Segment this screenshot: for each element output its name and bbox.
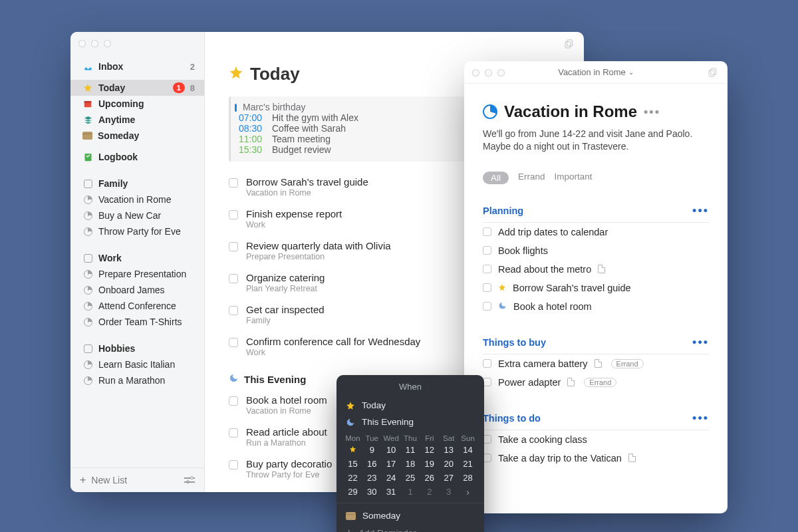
sidebar-someday[interactable]: Someday — [70, 128, 204, 144]
sidebar-anytime[interactable]: Anytime — [70, 112, 204, 128]
task-checkbox[interactable] — [229, 396, 238, 406]
calendar-day[interactable]: 19 — [420, 459, 439, 469]
calendar-day[interactable]: 21 — [458, 459, 477, 469]
tag-important[interactable]: Important — [555, 172, 593, 184]
calendar-day[interactable]: 22 — [343, 473, 362, 483]
calendar-day[interactable]: 14 — [458, 445, 477, 455]
group-header[interactable]: Things to do••• — [483, 412, 709, 430]
calendar-day[interactable]: 27 — [439, 473, 458, 483]
sidebar-label: Someday — [98, 130, 139, 141]
task-checkbox[interactable] — [229, 274, 238, 283]
calendar-day[interactable]: 28 — [458, 473, 477, 483]
calendar-day[interactable]: 12 — [420, 445, 439, 455]
group-header[interactable]: Planning••• — [483, 204, 709, 223]
calendar-day[interactable]: 16 — [362, 459, 382, 469]
project-notes[interactable]: We'll go from June 14-22 and visit Jane … — [483, 128, 709, 153]
task-checkbox[interactable] — [483, 283, 491, 292]
settings-icon[interactable] — [184, 475, 195, 485]
new-list-button[interactable]: New List — [91, 475, 127, 485]
task-checkbox[interactable] — [483, 246, 491, 255]
calendar-day[interactable]: 9 — [362, 445, 382, 455]
project-item[interactable]: Run a Marathon — [70, 372, 204, 388]
project-item[interactable]: Order Team T-Shirts — [70, 314, 204, 330]
calendar-today-star[interactable] — [343, 445, 362, 455]
project-item[interactable]: Onboard James — [70, 282, 204, 298]
sidebar-logbook[interactable]: Logbook — [70, 149, 204, 165]
calendar-day[interactable]: 17 — [382, 459, 401, 469]
calendar-day[interactable]: 10 — [382, 445, 401, 455]
calendar-next-icon[interactable]: › — [458, 487, 477, 497]
task-checkbox[interactable] — [229, 460, 238, 469]
area-work[interactable]: Work — [70, 250, 204, 266]
window-controls[interactable] — [472, 69, 505, 76]
popover-add-reminder[interactable]: + Add Reminder — [336, 524, 484, 532]
group-more-icon[interactable]: ••• — [692, 336, 709, 350]
calendar-day[interactable]: 2 — [420, 487, 439, 497]
task-checkbox[interactable] — [483, 302, 491, 311]
tag-all[interactable]: All — [483, 172, 509, 184]
task-checkbox[interactable] — [229, 210, 238, 219]
duplicate-window-icon[interactable] — [564, 39, 575, 49]
logbook-icon — [82, 152, 93, 162]
tag-errand[interactable]: Errand — [518, 172, 545, 184]
task-row[interactable]: Take a day trip to the Vatican — [483, 449, 709, 467]
moon-icon — [498, 301, 507, 312]
area-hobbies[interactable]: Hobbies — [70, 340, 204, 356]
task-checkbox[interactable] — [483, 227, 491, 236]
window-controls[interactable] — [78, 40, 111, 47]
area-family[interactable]: Family — [70, 176, 204, 192]
project-item[interactable]: Prepare Presentation — [70, 266, 204, 282]
task-row[interactable]: Add trip dates to calendar — [483, 223, 709, 241]
task-title: Confirm conference call for Wednesday — [246, 336, 420, 347]
task-row[interactable]: Read about the metro — [483, 260, 709, 279]
popover-today[interactable]: Today — [336, 397, 484, 414]
project-item[interactable]: Buy a New Car — [70, 207, 204, 223]
task-tag[interactable]: Errand — [584, 378, 616, 387]
calendar-day[interactable]: 23 — [362, 473, 382, 483]
sidebar-inbox[interactable]: Inbox 2 — [70, 59, 204, 74]
project-more-icon[interactable]: ••• — [644, 105, 660, 119]
sidebar-today[interactable]: Today 1 8 — [70, 80, 204, 96]
calendar-day[interactable]: 31 — [382, 487, 401, 497]
task-checkbox[interactable] — [483, 359, 491, 368]
task-checkbox[interactable] — [229, 428, 238, 438]
calendar-day[interactable]: 29 — [343, 487, 362, 497]
task-title: Borrow Sarah's travel guide — [513, 283, 631, 293]
calendar-day[interactable]: 11 — [401, 445, 420, 455]
popover-evening[interactable]: This Evening — [336, 414, 484, 430]
project-item[interactable]: Learn Basic Italian — [70, 356, 204, 372]
popover-someday[interactable]: Someday — [336, 507, 484, 524]
task-row[interactable]: Book flights — [483, 241, 709, 260]
task-row[interactable]: Take a cooking class — [483, 430, 709, 449]
task-checkbox[interactable] — [229, 306, 238, 315]
calendar-day[interactable]: 18 — [401, 459, 420, 469]
task-row[interactable]: Book a hotel room — [483, 297, 709, 316]
calendar-day[interactable]: 24 — [382, 473, 401, 483]
titlebar-text[interactable]: Vacation in Rome — [558, 67, 626, 77]
calendar-day[interactable]: 15 — [343, 459, 362, 469]
drawer-icon — [82, 132, 92, 140]
task-row[interactable]: Borrow Sarah's travel guide — [483, 279, 709, 297]
calendar-day[interactable]: 25 — [401, 473, 420, 483]
calendar-day[interactable]: 26 — [420, 473, 439, 483]
task-row[interactable]: Power adapterErrand — [483, 373, 709, 392]
project-item[interactable]: Vacation in Rome — [70, 192, 204, 207]
group-more-icon[interactable]: ••• — [692, 412, 709, 426]
calendar-day[interactable]: 1 — [401, 487, 420, 497]
calendar-day[interactable]: 20 — [439, 459, 458, 469]
task-tag[interactable]: Errand — [611, 359, 644, 368]
calendar-day[interactable]: 30 — [362, 487, 382, 497]
project-item[interactable]: Attend Conference — [70, 298, 204, 314]
project-item[interactable]: Throw Party for Eve — [70, 223, 204, 239]
sidebar-upcoming[interactable]: Upcoming — [70, 96, 204, 112]
calendar-day[interactable]: 3 — [439, 487, 458, 497]
calendar-day[interactable]: 13 — [439, 445, 458, 455]
task-row[interactable]: Extra camera batteryErrand — [483, 354, 709, 373]
task-checkbox[interactable] — [229, 338, 238, 347]
duplicate-window-icon[interactable] — [708, 67, 718, 78]
group-header[interactable]: Things to buy••• — [483, 336, 709, 354]
task-checkbox[interactable] — [229, 178, 238, 188]
task-checkbox[interactable] — [483, 265, 491, 273]
task-checkbox[interactable] — [229, 242, 238, 251]
group-more-icon[interactable]: ••• — [692, 204, 709, 218]
